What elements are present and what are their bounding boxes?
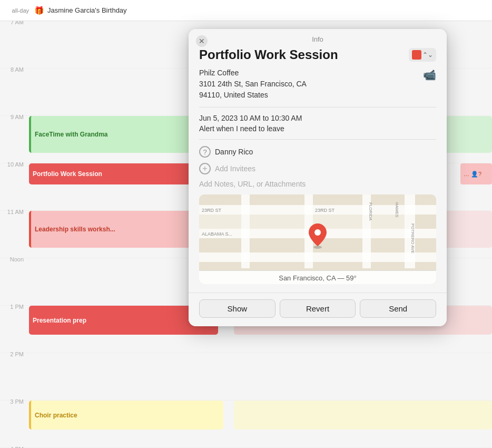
popover-body: Portfolio Work Session ⌃⌄ Philz Coffee 3… (189, 47, 447, 293)
svg-point-19 (314, 229, 321, 236)
time-label-4pm: 4 PM (0, 444, 29, 448)
video-icon: 📹 (423, 69, 436, 81)
svg-text:ALABAMA S...: ALABAMA S... (202, 231, 232, 237)
svg-text:POTRERO AVE: POTRERO AVE (410, 223, 415, 254)
time-label-noon: Noon (0, 254, 29, 301)
choir-overflow (234, 401, 492, 430)
location-row: Philz Coffee 3101 24th St, San Francisco… (199, 67, 436, 101)
map-footer: San Francisco, CA — 59° (199, 270, 436, 284)
all-day-event[interactable]: 🎁 Jasmine Garcia's Birthday (34, 6, 127, 15)
time-label-3pm: 3 PM (0, 396, 29, 443)
map-container[interactable]: 23RD ST 23RD ST ALABAMA S... POTRERO AVE… (199, 194, 436, 284)
svg-text:HAMES: HAMES (395, 202, 399, 217)
time-content-3pm: Choir practice (29, 401, 492, 447)
time-label-1pm: 1 PM (0, 301, 29, 348)
svg-text:FLORIDA: FLORIDA (368, 202, 373, 221)
all-day-label: all-day (5, 7, 34, 14)
svg-text:23RD ST: 23RD ST (315, 208, 335, 213)
notes-placeholder[interactable]: Add Notes, URL, or Attachments (199, 180, 436, 188)
chevron-icon: ⌃⌄ (422, 51, 433, 59)
svg-rect-9 (250, 215, 304, 229)
alert-row: Alert when I need to leave (199, 124, 436, 133)
event-title-row: Portfolio Work Session ⌃⌄ (199, 47, 436, 62)
divider-1 (199, 107, 436, 108)
show-button[interactable]: Show (199, 299, 275, 318)
organizer-name: Danny Rico (215, 148, 253, 156)
time-label-7am: 7 AM (0, 21, 29, 64)
datetime-row: Jun 5, 2023 10 AM to 10:30 AM (199, 114, 436, 122)
time-label-11am: 11 AM (0, 207, 29, 254)
all-day-row: all-day 🎁 Jasmine Garcia's Birthday (0, 0, 492, 21)
svg-text:23RD ST: 23RD ST (202, 208, 222, 213)
svg-rect-4 (241, 194, 250, 268)
add-invitees-icon: + (199, 163, 211, 174)
time-content-2pm (29, 353, 492, 400)
svg-rect-11 (371, 215, 405, 229)
popover-header: ✕ Info (189, 29, 447, 47)
location-name: Philz Coffee (199, 67, 307, 79)
event-title: Portfolio Work Session (199, 47, 338, 62)
close-button[interactable]: ✕ (196, 35, 208, 47)
popover-footer: Show Revert Send (189, 293, 447, 326)
svg-rect-3 (199, 252, 436, 262)
add-invitees-row[interactable]: + Add Invitees (199, 163, 436, 174)
choir-event[interactable]: Choir practice (29, 401, 223, 430)
organizer-row: ? Danny Rico (199, 146, 436, 158)
time-label-8am: 8 AM (0, 64, 29, 111)
revert-button[interactable]: Revert (280, 299, 356, 318)
gift-icon: 🎁 (34, 6, 44, 15)
birthday-event-title: Jasmine Garcia's Birthday (47, 6, 127, 14)
portfolio-right-overflow: … 👤? (460, 163, 492, 184)
location-address: 3101 24th St, San Francisco, CA94110, Un… (199, 79, 307, 101)
map-svg: 23RD ST 23RD ST ALABAMA S... POTRERO AVE… (199, 194, 436, 268)
question-icon: ? (199, 146, 211, 158)
time-row-2pm: 2 PM (0, 353, 492, 401)
time-label-9am: 9 AM (0, 112, 29, 159)
color-picker-button[interactable]: ⌃⌄ (409, 48, 436, 62)
time-label-2pm: 2 PM (0, 349, 29, 396)
time-row-3pm: 3 PM Choir practice (0, 401, 492, 448)
color-dot (412, 50, 421, 60)
divider-2 (199, 139, 436, 140)
location-info: Philz Coffee 3101 24th St, San Francisco… (199, 67, 307, 101)
send-button[interactable]: Send (360, 299, 436, 318)
popover-title: Info (312, 35, 323, 43)
add-invitees-label: Add Invitees (215, 164, 255, 173)
event-popover: ✕ Info Portfolio Work Session ⌃⌄ Philz C… (189, 29, 447, 326)
time-label-10am: 10 AM (0, 159, 29, 206)
svg-rect-8 (199, 215, 241, 229)
